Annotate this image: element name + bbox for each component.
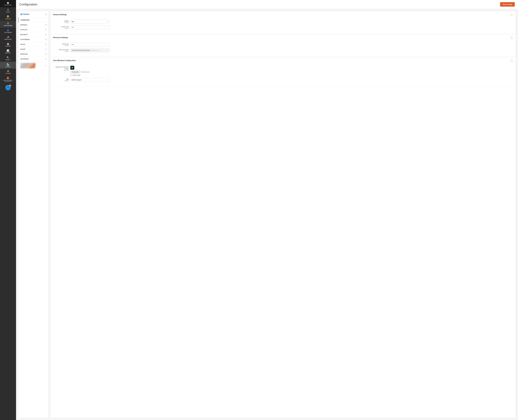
menu-item-advanced[interactable]: ADVANCED ∨	[18, 57, 48, 61]
pinecone-settings-body: Secret key [global] Pinecone Index [glob…	[50, 41, 516, 57]
chat-window-collapse-icon[interactable]: ∧	[510, 59, 513, 62]
menu-label-customers: CUSTOMERS	[20, 39, 30, 40]
pinecone-index-label: Pinecone Index [global]	[53, 49, 70, 52]
pinecone-settings-title: Pinecone Settings	[53, 37, 68, 38]
blurred-menu-item[interactable]: ∨	[18, 61, 48, 70]
avatar-row: Upload Chat Window Avatar [website]	[53, 66, 513, 76]
customers-icon: 👤	[7, 29, 9, 31]
sidebar-label-reports: REPORTS	[5, 52, 11, 54]
sidebar-item-catalog[interactable]: 📦 CATALOG	[0, 14, 16, 21]
chat-window-body: Upload Chat Window Avatar [website]	[50, 64, 516, 86]
menu-label-security: SECURITY	[20, 34, 28, 35]
title-label: Title [global]	[53, 78, 70, 81]
sidebar-label-content: CONTENT	[5, 45, 11, 47]
chat-window-header[interactable]: Chat Window Configuration ∧	[50, 57, 516, 64]
sidebar-label-chat-system: CHAT SYSTEM	[4, 25, 12, 26]
menu-item-kount[interactable]: KOUNT ∨	[18, 47, 48, 52]
sidebar-label-catalog: CATALOG	[5, 18, 11, 20]
save-config-button[interactable]: Save Config	[500, 2, 515, 7]
secret-key-label: Secret_key [global]	[53, 26, 70, 29]
sidebar-item-marketing[interactable]: 📣 MARKETING	[0, 34, 16, 41]
chevron-down-icon-blurred: ∨	[46, 65, 46, 67]
pinecone-settings-collapse-icon[interactable]: ∧	[510, 36, 513, 39]
menu-item-catalog[interactable]: CATALOG ∨	[18, 27, 48, 32]
sidebar-item-customers[interactable]: 👤 CUSTOMERS	[0, 28, 16, 34]
webkul-logo-w-icon: W	[20, 13, 23, 16]
webkul-logo-text: Webkul	[23, 13, 29, 15]
webkul-collapse-icon[interactable]: ∧	[45, 13, 46, 15]
chevron-down-icon-catalog: ∨	[46, 29, 47, 30]
enable-select-wrapper: Yes No ▾	[70, 20, 109, 23]
chat-system-icon: ⬡	[7, 22, 9, 25]
learning-badge[interactable]: 🎓 56	[5, 84, 11, 91]
pinecone-secret-key-input[interactable]	[70, 43, 109, 46]
sidebar-label-marketing: MARKETING	[4, 39, 11, 40]
general-settings-header[interactable]: General Settings ∧	[50, 11, 516, 18]
stores-icon: 🏪	[7, 63, 9, 66]
sidebar-item-find-partners[interactable]: 🎁 FIND PARTNERS & EXTENSIONS	[0, 75, 16, 83]
chevron-down-icon-sales: ∨	[46, 44, 47, 45]
avatar-controls: Choose file No file chosen Delete Image	[70, 66, 89, 76]
sidebar-item-chat-system[interactable]: ⬡ CHAT SYSTEM	[0, 21, 16, 28]
pinecone-secret-key-label: Secret key [global]	[53, 43, 70, 46]
title-row: Title [global]	[53, 78, 513, 82]
choose-file-button[interactable]: Choose file	[70, 70, 80, 74]
content-icon: ▦	[7, 43, 9, 45]
sidebar-label-stores: STORES	[6, 66, 10, 67]
sidebar-item-amasty[interactable]: 🔍 AMASTY	[0, 55, 16, 62]
badge-count: 56	[9, 84, 11, 87]
sidebar-item-content[interactable]: ▦ CONTENT	[0, 41, 16, 48]
sidebar-item-stores[interactable]: 🏪 STORES	[0, 62, 16, 68]
file-input-row: Choose file No file chosen	[70, 70, 89, 74]
main-content: Configuration Save Config W Webkul ∧ Cha…	[16, 0, 518, 420]
menu-item-security[interactable]: SECURITY ∨	[18, 32, 48, 37]
secret-key-input[interactable]	[70, 26, 109, 29]
sidebar-label-amasty: AMASTY	[6, 59, 10, 60]
page-header: Configuration Save Config	[16, 0, 518, 9]
sidebar-item-sales[interactable]: $ SALES	[0, 7, 16, 14]
reports-icon: 📊	[7, 49, 9, 52]
menu-item-sales[interactable]: SALES ∨	[18, 42, 48, 47]
menu-label-general: GENERAL	[20, 24, 28, 26]
avatar-label: Upload Chat Window Avatar [website]	[53, 66, 70, 71]
delete-image-checkbox[interactable]	[70, 75, 72, 76]
secret-key-row: Secret_key [global]	[53, 26, 513, 29]
pinecone-secret-key-row: Secret key [global]	[53, 43, 513, 46]
chevron-down-icon-general: ∨	[46, 24, 47, 26]
pinecone-settings-header[interactable]: Pinecone Settings ∧	[50, 34, 516, 41]
pinecone-index-input[interactable]	[70, 49, 109, 52]
menu-item-services[interactable]: SERVICES ∨	[18, 52, 48, 57]
title-input[interactable]	[70, 78, 109, 82]
menu-item-customers[interactable]: CUSTOMERS ∨	[18, 37, 48, 42]
find-partners-icon: 🎁	[7, 77, 9, 79]
svg-point-0	[72, 68, 73, 68]
general-settings-collapse-icon[interactable]: ∧	[510, 13, 513, 16]
webkul-logo: W Webkul	[20, 13, 29, 16]
sidebar-item-reports[interactable]: 📊 REPORTS	[0, 48, 16, 55]
menu-label-services: SERVICES	[20, 53, 28, 55]
chevron-down-icon-kount: ∨	[46, 48, 47, 50]
catalog-icon: 📦	[7, 15, 9, 18]
chatgpt-bot-item[interactable]: ChatGpt Bot	[18, 18, 48, 22]
general-settings-body: Enable [global] Yes No ▾	[50, 18, 516, 34]
right-panel: General Settings ∧ Enable [global] Yes N…	[50, 11, 516, 418]
marketing-icon: 📣	[7, 36, 9, 38]
sidebar-item-dashboard[interactable]: 🏠 DASHBOARD	[0, 0, 16, 7]
badge-icon: 🎓	[7, 87, 9, 89]
chevron-down-icon-services: ∨	[46, 53, 47, 55]
menu-item-general[interactable]: GENERAL ∨	[18, 22, 48, 27]
general-settings-section: General Settings ∧ Enable [global] Yes N…	[50, 11, 516, 34]
delete-image-label: Delete Image	[73, 75, 80, 76]
menu-label-advanced: ADVANCED	[20, 58, 29, 60]
dashboard-icon: 🏠	[7, 1, 9, 4]
enable-select[interactable]: Yes No	[70, 20, 109, 23]
sidebar: 🏠 DASHBOARD $ SALES 📦 CATALOG ⬡ CHAT SYS…	[0, 0, 16, 420]
menu-label-kount: KOUNT	[20, 48, 26, 50]
sales-icon: $	[7, 8, 9, 11]
chatgpt-avatar-icon	[70, 66, 74, 70]
chat-window-title: Chat Window Configuration	[53, 60, 76, 61]
sidebar-label-customers: CUSTOMERS	[4, 32, 12, 33]
sidebar-item-system[interactable]: ⚙ SYSTEM	[0, 68, 16, 75]
blurred-logo-image	[20, 63, 35, 68]
menu-label-catalog: CATALOG	[20, 29, 27, 30]
